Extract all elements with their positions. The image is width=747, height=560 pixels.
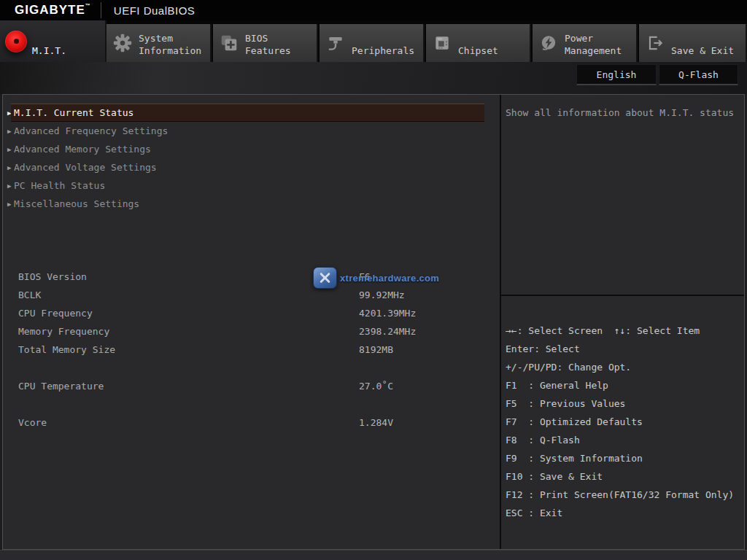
mit-red-disc-icon (5, 31, 27, 52)
menu-item-miscellaneous-settings[interactable]: ▶ Miscellaneous Settings (3, 195, 500, 213)
bios-features-icon (213, 24, 245, 62)
chipset-icon (426, 24, 458, 62)
triangle-icon: ▶ (3, 164, 11, 171)
save-exit-icon (639, 24, 671, 62)
tab-bar: M.I.T. System Information (0, 20, 747, 62)
language-button[interactable]: English (576, 64, 657, 85)
menu-item-pc-health-status[interactable]: ▶ PC Health Status (3, 176, 500, 195)
tab-mit[interactable]: M.I.T. (0, 20, 107, 62)
legend-change-opt: +/-/PU/PD: Change Opt. (506, 358, 743, 376)
bios-screen: GIGABYTE™ UEFI DualBIOS M.I.T. (0, 0, 747, 560)
main-content-box: ▶ M.I.T. Current Status ▶ Advanced Frequ… (2, 94, 745, 550)
legend-f7: F7 : Optimized Defaults (506, 413, 743, 431)
legend-f9: F9 : System Information (506, 449, 743, 467)
item-help-description: Show all information about M.I.T. status (501, 95, 744, 119)
menu-item-advanced-voltage-settings[interactable]: ▶ Advanced Voltage Settings (3, 158, 500, 176)
top-bar: GIGABYTE™ UEFI DualBIOS (0, 0, 747, 20)
topbar-divider (101, 2, 101, 18)
menu-item-advanced-frequency-settings[interactable]: ▶ Advanced Frequency Settings (3, 122, 500, 140)
triangle-icon: ▶ (3, 109, 11, 117)
legend-f5: F5 : Previous Values (506, 394, 743, 413)
status-row-cpu-temperature: CPU Temperature27.0˚C (3, 377, 500, 395)
menu-item-advanced-memory-settings[interactable]: ▶ Advanced Memory Settings (3, 140, 500, 158)
tab-chipset[interactable]: Chipset (426, 24, 531, 62)
status-row-total-memory-size: Total Memory Size8192MB (3, 341, 500, 359)
status-row-memory-frequency: Memory Frequency2398.24MHz (3, 322, 500, 341)
mit-menu: ▶ M.I.T. Current Status ▶ Advanced Frequ… (3, 104, 500, 213)
tab-bios-features[interactable]: BIOS Features (213, 24, 318, 62)
legend-f1: F1 : General Help (506, 376, 743, 394)
triangle-icon: ▶ (3, 182, 11, 190)
status-row-cpu-frequency: CPU Frequency4201.39MHz (3, 304, 500, 322)
settings-panel: ▶ M.I.T. Current Status ▶ Advanced Frequ… (3, 95, 500, 549)
tab-system-information[interactable]: System Information (107, 24, 212, 62)
gigabyte-logo: GIGABYTE™ (15, 3, 91, 18)
status-readouts: BIOS VersionF6 BCLK99.92MHz CPU Frequenc… (3, 268, 500, 432)
triangle-icon: ▶ (3, 128, 11, 135)
tab-power-management[interactable]: Power Management (533, 24, 638, 62)
power-icon (533, 24, 565, 62)
tab-save-exit[interactable]: Save & Exit (639, 24, 747, 62)
tab-peripherals[interactable]: Peripherals (320, 24, 425, 62)
peripherals-icon (320, 24, 352, 62)
legend-select-screen-item: →←: Select Screen ↑↓: Select Item (506, 322, 743, 340)
qflash-button[interactable]: Q-Flash (659, 64, 738, 85)
legend-f8: F8 : Q-Flash (506, 431, 743, 449)
help-panel: Show all information about M.I.T. status… (501, 95, 744, 549)
status-row-bclk: BCLK99.92MHz (3, 286, 500, 304)
menu-item-mit-current-status[interactable]: ▶ M.I.T. Current Status (3, 104, 500, 122)
status-row-bios-version: BIOS VersionF6 (3, 268, 500, 286)
legend-f12: F12 : Print Screen(FAT16/32 Format Only) (506, 486, 743, 504)
uefi-dualbios-title: UEFI DualBIOS (114, 4, 196, 17)
legend-esc: ESC : Exit (506, 504, 743, 522)
status-row-vcore: Vcore1.284V (3, 413, 500, 432)
triangle-icon: ▶ (3, 201, 11, 208)
legend-divider (501, 295, 744, 296)
gear-icon (107, 24, 139, 62)
triangle-icon: ▶ (3, 146, 11, 153)
key-legend: →←: Select Screen ↑↓: Select Item Enter:… (506, 322, 743, 522)
legend-f10: F10 : Save & Exit (506, 467, 743, 486)
bottom-strip (0, 550, 747, 560)
legend-enter: Enter: Select (506, 340, 743, 358)
